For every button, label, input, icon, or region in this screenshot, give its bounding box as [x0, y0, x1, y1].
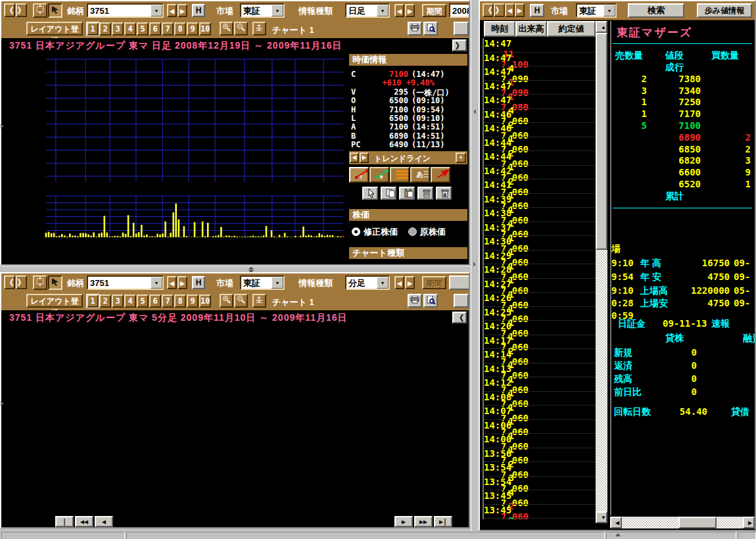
time-sales-scrollbar[interactable]: ▲ ▼ [596, 21, 607, 523]
layout-slot-8-button[interactable]: 8 [174, 294, 186, 308]
book-buy-qty[interactable]: 2 [717, 132, 751, 143]
status-up-arrow-icon[interactable] [615, 533, 621, 536]
book-price[interactable]: 6850 [665, 144, 701, 154]
table-row[interactable]: 14:1217,060 [484, 377, 597, 392]
scroll-up-button[interactable]: ▲ [596, 21, 607, 33]
layout-slot-9-button[interactable]: 9 [187, 22, 199, 35]
delete-all-button[interactable]: a [436, 187, 452, 200]
book-buy-qty[interactable]: 9 [717, 167, 751, 177]
book-price[interactable]: 成行 [665, 62, 701, 74]
zoom-out-button[interactable] [234, 22, 248, 35]
symbol-prev-button[interactable]: ◀ [167, 4, 177, 17]
info-next-button[interactable]: ▶ [405, 276, 415, 289]
pointer-tool-button[interactable] [48, 3, 62, 18]
table-row[interactable]: 14:2617,060 [484, 293, 597, 307]
table-row[interactable]: 13:5627,060 [484, 448, 597, 463]
column-header-volume[interactable]: 出来高 [515, 21, 547, 37]
column-header-price[interactable]: 約定値 [547, 21, 596, 37]
collapse-window-button[interactable]: 《 [4, 275, 15, 289]
splitter-left-arrow-icon[interactable] [473, 109, 476, 114]
info-prev-button[interactable]: ◀ [394, 4, 404, 17]
layout-register-button[interactable]: レイアウト登録 [26, 22, 83, 35]
splitter-right-arrow-icon[interactable] [473, 262, 476, 267]
layout-slot-4-button[interactable]: 4 [124, 294, 136, 308]
edge-collapse-arrow-icon[interactable] [1, 124, 3, 129]
book-buy-qty[interactable]: 3 [717, 155, 751, 166]
scroll-back-button[interactable]: ◀ [95, 516, 113, 527]
table-row[interactable]: 14:47117,100 [484, 38, 597, 53]
arrow-tool-button[interactable] [431, 167, 450, 183]
expand-window-button[interactable]: 》 [16, 275, 27, 289]
table-row[interactable]: 14:3717,060 [484, 222, 597, 237]
print-preview-button[interactable] [423, 294, 438, 308]
layout-slot-7-button[interactable]: 7 [162, 22, 174, 35]
table-row[interactable]: 14:4117,060 [484, 179, 597, 194]
table-row[interactable]: 14:4417,060 [484, 151, 597, 166]
history-button[interactable]: H [192, 4, 205, 17]
book-price[interactable]: 7250 [665, 97, 701, 107]
market-combobox[interactable]: 東証 ▼ [576, 3, 617, 18]
table-row[interactable]: 14:4717,080 [484, 81, 597, 95]
table-row[interactable]: 14:4427,060 [484, 137, 597, 152]
splitter-up-arrow-icon[interactable] [248, 267, 254, 270]
sidebar-expand-button[interactable]: 《 [452, 312, 467, 323]
dropdown-arrow-icon[interactable]: ▼ [377, 277, 389, 289]
raw-price-radio[interactable] [408, 227, 417, 236]
table-row[interactable]: 13:4527,050 [484, 505, 597, 519]
trend-next-button[interactable]: ▶ [360, 152, 369, 163]
line-list-tool-button[interactable] [390, 167, 410, 183]
layout-slot-3-button[interactable]: 3 [112, 22, 124, 35]
book-price[interactable]: 7100 [665, 120, 701, 131]
text-annotation-tool-button[interactable]: あ [410, 167, 430, 183]
table-row[interactable]: 14:0817,060 [484, 392, 597, 406]
dropdown-arrow-icon[interactable]: ▼ [272, 277, 283, 289]
table-row[interactable]: 14:4747,090 [484, 53, 597, 67]
tick-info-button[interactable]: 歩み値情報 [697, 3, 752, 18]
layout-register-button[interactable]: レイアウト登録 [26, 294, 83, 308]
info-type-combobox[interactable]: 日足 ▼ [345, 3, 390, 18]
layout-slot-2-button[interactable]: 2 [99, 22, 111, 35]
pan-tool-button[interactable] [33, 275, 47, 290]
book-sell-qty[interactable]: 1 [615, 108, 647, 119]
scroll-forward-button[interactable]: ▶ [394, 516, 413, 527]
trend-line-tool-button[interactable]: T [349, 167, 369, 183]
print-button[interactable] [408, 22, 422, 35]
layout-slot-9-button[interactable]: 9 [187, 294, 199, 308]
five-minute-chart-canvas[interactable] [1, 325, 469, 527]
book-buy-qty[interactable]: 2 [717, 144, 751, 154]
book-price[interactable]: 7340 [665, 85, 701, 96]
zoom-in-button[interactable] [220, 22, 233, 35]
daily-chart-canvas[interactable] [1, 53, 348, 264]
table-row[interactable]: 14:1317,060 [484, 363, 597, 378]
layout-slot-10-button[interactable]: 10 [199, 22, 211, 35]
info-type-combobox[interactable]: 分足 ▼ [345, 275, 390, 290]
table-row[interactable]: 14:2517,060 [484, 307, 597, 321]
table-row[interactable]: 14:3817,060 [484, 208, 597, 222]
table-row[interactable]: 14:3917,060 [484, 194, 597, 208]
table-row[interactable]: 14:0717,060 [484, 406, 597, 420]
dropdown-arrow-icon[interactable]: ▼ [272, 5, 283, 16]
layout-slot-2-button[interactable]: 2 [99, 294, 111, 308]
symbol-prev-button[interactable]: ◀ [167, 276, 177, 289]
table-row[interactable]: 14:0617,060 [484, 420, 597, 434]
market-combobox[interactable]: 東証 ▼ [240, 3, 285, 18]
print-button[interactable] [408, 294, 422, 308]
market-combobox[interactable]: 東証 ▼ [240, 275, 285, 290]
book-buy-qty[interactable]: 1 [717, 179, 751, 189]
table-row[interactable]: 14:1417,060 [484, 349, 597, 363]
table-row[interactable]: 14:1727,060 [484, 335, 597, 350]
scrollbar-thumb[interactable] [596, 33, 607, 250]
layout-slot-5-button[interactable]: 5 [137, 22, 149, 35]
symbol-combobox[interactable]: ▼ [87, 3, 164, 18]
book-sell-qty[interactable]: 2 [615, 74, 647, 84]
select-cursor-button[interactable] [362, 187, 378, 200]
chart-scale-button[interactable] [252, 22, 266, 35]
edge-collapse-arrow-icon[interactable] [1, 401, 3, 406]
book-price[interactable]: 6600 [665, 167, 701, 177]
symbol-next-button[interactable]: ▶ [177, 4, 187, 17]
book-sell-qty[interactable]: 1 [615, 97, 647, 107]
zoom-in-button[interactable] [220, 294, 233, 308]
table-row[interactable]: 13:5437,060 [484, 462, 597, 477]
dropdown-arrow-icon[interactable]: ▼ [377, 5, 389, 16]
history-button[interactable]: H [530, 4, 544, 17]
